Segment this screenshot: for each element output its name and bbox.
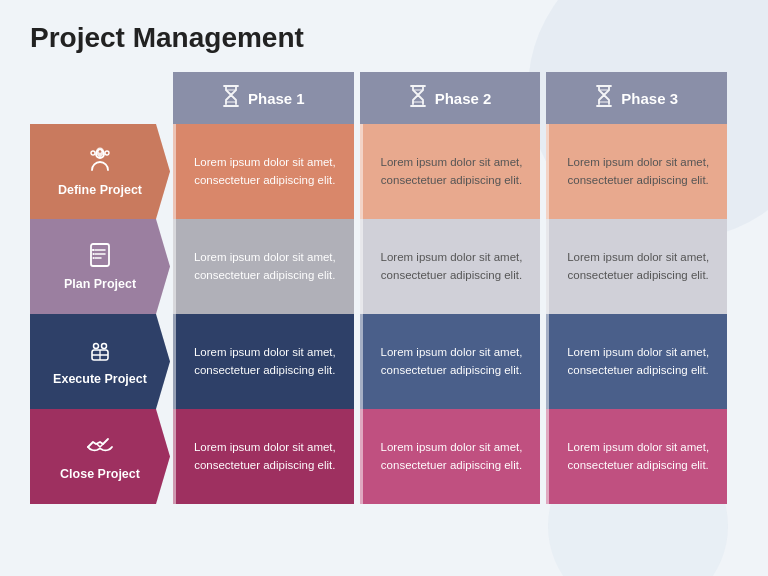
row-label-execute: Execute Project [30,314,170,409]
row-label-plan: Plan Project [30,219,170,314]
cell-plan-phase3: Lorem ipsum dolor sit amet, consectetuer… [546,219,727,314]
hourglass-icon-2 [409,85,427,112]
row-label-close: Close Project [30,409,170,504]
plan-label: Plan Project [64,277,136,292]
svg-point-3 [99,150,102,153]
phase-2-header: Phase 2 [360,72,541,124]
cell-close-phase2: Lorem ipsum dolor sit amet, consectetuer… [360,409,541,504]
close-label: Close Project [60,467,140,482]
svg-point-10 [93,253,95,255]
phase-3-label: Phase 3 [621,90,678,107]
execute-label: Execute Project [53,372,147,387]
cell-define-phase3: Lorem ipsum dolor sit amet, consectetuer… [546,124,727,219]
page-container: Project Management Phase 1 Phase 2 [0,0,768,514]
svg-rect-4 [91,244,109,266]
svg-point-2 [91,151,95,155]
phase-1-label: Phase 1 [248,90,305,107]
svg-point-9 [93,249,95,251]
cell-close-phase1: Lorem ipsum dolor sit amet, consectetuer… [173,409,354,504]
execute-icon [84,336,116,368]
cell-define-phase1: Lorem ipsum dolor sit amet, consectetuer… [173,124,354,219]
svg-point-11 [93,257,95,259]
hourglass-icon-3 [595,85,613,112]
project-grid: Phase 1 Phase 2 Phase 3 [30,72,730,504]
define-label: Define Project [58,183,142,198]
phase-3-header: Phase 3 [546,72,727,124]
cell-execute-phase1: Lorem ipsum dolor sit amet, consectetuer… [173,314,354,409]
svg-point-14 [102,344,107,349]
phase-1-header: Phase 1 [173,72,354,124]
cell-close-phase3: Lorem ipsum dolor sit amet, consectetuer… [546,409,727,504]
page-title: Project Management [30,22,738,54]
header-empty-cell [30,72,170,124]
svg-point-1 [105,151,109,155]
hourglass-icon-1 [222,85,240,112]
plan-icon [86,241,114,273]
cell-plan-phase2: Lorem ipsum dolor sit amet, consectetuer… [360,219,541,314]
phase-2-label: Phase 2 [435,90,492,107]
cell-execute-phase3: Lorem ipsum dolor sit amet, consectetuer… [546,314,727,409]
define-icon [85,145,115,179]
cell-define-phase2: Lorem ipsum dolor sit amet, consectetuer… [360,124,541,219]
cell-plan-phase1: Lorem ipsum dolor sit amet, consectetuer… [173,219,354,314]
cell-execute-phase2: Lorem ipsum dolor sit amet, consectetuer… [360,314,541,409]
close-icon [84,431,116,463]
row-label-define: Define Project [30,124,170,219]
svg-point-13 [94,344,99,349]
